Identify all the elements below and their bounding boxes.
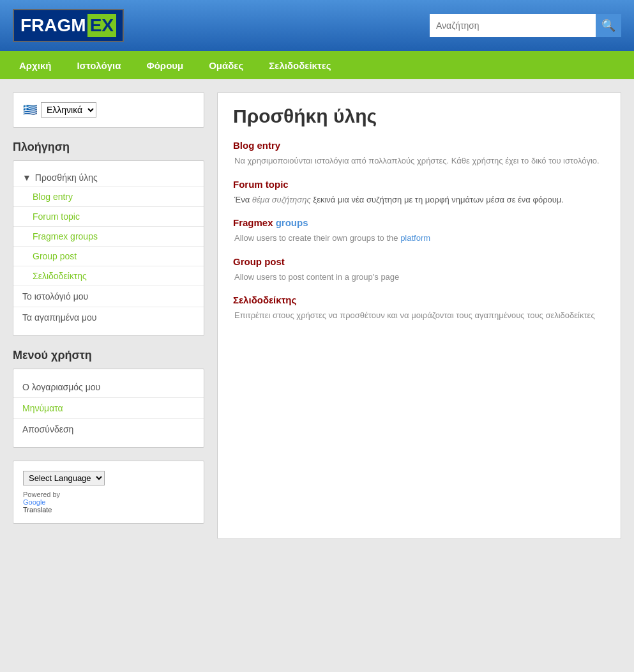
section-body-blog-entry: Να χρησιμοποιούνται ιστολόγια από πολλαπ… xyxy=(233,155,605,167)
navigation-section: Πλοήγηση ▼ Προσθήκη ύλης Blog entry Foru… xyxy=(13,141,204,336)
section-body-group-post: Allow users to post content in a group's… xyxy=(233,271,605,284)
user-menu-title: Μενού χρήστη xyxy=(13,349,204,362)
logo-frag-text: FRAGM xyxy=(20,15,86,36)
content-section-fragmex-groups: Fragmex groups Allow users to create the… xyxy=(233,217,605,245)
sidebar-item-my-blog[interactable]: Το ιστολόγιό μου xyxy=(13,286,204,307)
section-title-group-post: Group post xyxy=(233,256,605,267)
main-container: 🇬🇷 Ελληνικά Πλοήγηση ▼ Προσθήκη ύλης Blo… xyxy=(0,79,634,552)
user-menu-section: Μενού χρήστη Ο λογαριασμός μου Μηνύματα … xyxy=(13,349,204,448)
section-body-bookmarks: Επιτρέπει στους χρήστες να προσθέτουν κα… xyxy=(233,309,605,322)
user-menu-my-account[interactable]: Ο λογαριασμός μου xyxy=(13,377,204,397)
language-dropdown[interactable]: Ελληνικά xyxy=(41,102,96,118)
section-title-blog-entry: Blog entry xyxy=(233,140,605,151)
section-title-bookmarks: Σελιδοδείκτης xyxy=(233,294,605,305)
sidebar-item-forum-topic[interactable]: Forum topic xyxy=(13,206,204,226)
logo[interactable]: FRAGM EX xyxy=(13,9,124,42)
sidebar-item-fragmex-groups[interactable]: Fragmex groups xyxy=(13,226,204,246)
user-menu-messages[interactable]: Μηνύματα xyxy=(13,397,204,418)
user-menu-logout[interactable]: Αποσύνδεση xyxy=(13,418,204,439)
section-body-forum-topic: Ένα θέμα συζήτησης ξεκινά μια νέα συζήτη… xyxy=(233,194,605,206)
navigation-title: Πλοήγηση xyxy=(13,141,204,154)
nav-item-blogs[interactable]: Ιστολόγια xyxy=(64,51,133,79)
flag-icon: 🇬🇷 xyxy=(23,103,37,117)
nav-item-groups[interactable]: Ομάδες xyxy=(196,51,256,79)
sidebar-item-bookmarks[interactable]: Σελιδοδείκτης xyxy=(13,266,204,286)
section-body-fragmex-groups: Allow users to create their own groups t… xyxy=(233,232,605,245)
top-bar: FRAGM EX 🔍 xyxy=(0,0,634,51)
google-translate-select[interactable]: Select Language xyxy=(23,471,105,485)
content-section-blog-entry: Blog entry Να χρησιμοποιούνται ιστολόγια… xyxy=(233,140,605,167)
content-area: Προσθήκη ύλης Blog entry Να χρησιμοποιού… xyxy=(217,92,621,539)
google-link[interactable]: Google xyxy=(23,498,45,506)
search-button[interactable]: 🔍 xyxy=(596,14,621,37)
logo-ex-text: EX xyxy=(90,15,114,35)
powered-by-text: Powered by Google Translate xyxy=(23,491,194,514)
content-section-bookmarks: Σελιδοδείκτης Επιτρέπει στους χρήστες να… xyxy=(233,294,605,322)
language-box: 🇬🇷 Ελληνικά xyxy=(13,92,204,128)
navigation-box: ▼ Προσθήκη ύλης Blog entry Forum topic F… xyxy=(13,160,204,336)
sidebar-item-my-favorites[interactable]: Τα αγαπημένα μου xyxy=(13,307,204,328)
sidebar-item-group-post[interactable]: Group post xyxy=(13,246,204,266)
search-input[interactable] xyxy=(430,14,596,37)
search-icon: 🔍 xyxy=(601,19,615,33)
nav-section-header[interactable]: ▼ Προσθήκη ύλης xyxy=(13,169,204,187)
language-widget-box: Select Language Powered by Google Transl… xyxy=(13,461,204,524)
nav-section-label: Προσθήκη ύλης xyxy=(35,172,98,183)
nav-item-home[interactable]: Αρχική xyxy=(6,51,64,79)
page-title: Προσθήκη ύλης xyxy=(233,105,605,127)
nav-bar: Αρχική Ιστολόγια Φόρουμ Ομάδες Σελιδοδεί… xyxy=(0,51,634,79)
nav-item-bookmarks[interactable]: Σελιδοδείκτες xyxy=(256,51,343,79)
section-title-fragmex-groups: Fragmex groups xyxy=(233,217,605,228)
translate-label: Translate xyxy=(23,506,194,514)
nav-item-forum[interactable]: Φόρουμ xyxy=(133,51,196,79)
arrow-icon: ▼ xyxy=(22,172,31,183)
section-title-forum-topic: Forum topic xyxy=(233,179,605,190)
sidebar-item-blog-entry[interactable]: Blog entry xyxy=(13,187,204,206)
user-menu-box: Ο λογαριασμός μου Μηνύματα Αποσύνδεση xyxy=(13,369,204,448)
search-box: 🔍 xyxy=(430,14,621,37)
content-section-group-post: Group post Allow users to post content i… xyxy=(233,256,605,284)
content-section-forum-topic: Forum topic Ένα θέμα συζήτησης ξεκινά μι… xyxy=(233,179,605,206)
sidebar: 🇬🇷 Ελληνικά Πλοήγηση ▼ Προσθήκη ύλης Blo… xyxy=(13,92,204,524)
